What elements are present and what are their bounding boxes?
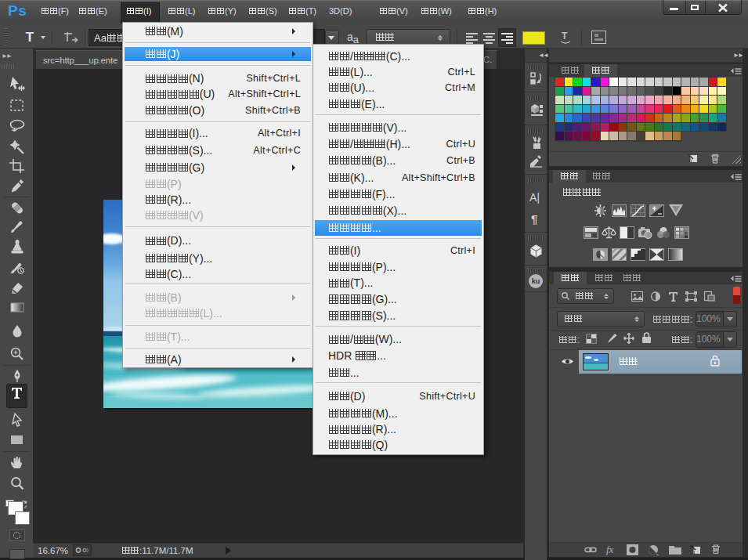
svg-text:T: T [562,31,568,42]
